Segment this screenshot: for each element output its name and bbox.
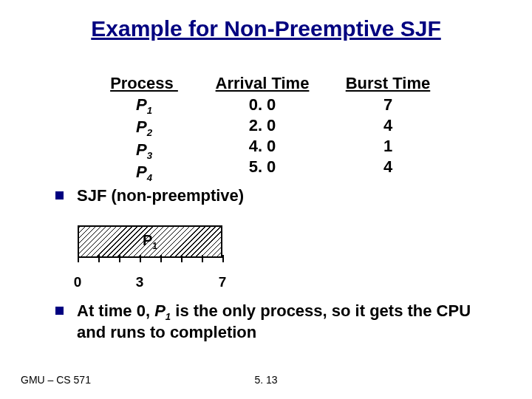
gantt-tick [160,255,162,262]
gantt-tick [202,255,203,262]
cell-arrival-2: 2. 0 [249,116,276,135]
cell-burst-2: 4 [383,116,392,135]
bullet-1: SJF (non-preemptive) [55,186,244,205]
bullet-square-icon [55,191,64,200]
gantt-ticks [78,258,222,271]
cell-proc-3: P3 [136,140,152,161]
bullet-2: At time 0, P1 is the only process, so it… [55,301,491,343]
gantt-tick-label: 0 [74,274,82,290]
cell-arrival-1: 0. 0 [249,95,276,115]
slide: Example for Non-Preemptive SJF Process P… [0,0,532,399]
gantt-tick-labels: 037 [78,271,222,287]
gantt-tick [119,255,120,262]
gantt-segment-p1: P1 [78,225,222,258]
bullet-1-text: SJF (non-preemptive) [77,186,244,205]
gantt-tick-label: 3 [136,274,144,290]
cell-proc-2: P2 [136,117,152,138]
col-burst: Burst Time 7 4 1 4 [325,74,451,185]
gantt-tick [140,255,141,262]
gantt-tick [98,255,100,262]
cell-proc-4: P4 [136,163,152,183]
cell-arrival-3: 4. 0 [249,137,276,156]
gantt-tick [78,255,79,262]
gantt-tick-label: 7 [219,274,227,290]
footer-page-number: 5. 13 [0,374,532,386]
cell-burst-1: 7 [383,95,392,115]
cell-proc-1: P1 [136,95,152,116]
bullet-2-text: At time 0, P1 is the only process, so it… [77,301,491,343]
hdr-process: Process [110,74,178,93]
cell-arrival-4: 5. 0 [249,157,276,177]
gantt-bar: P1 [78,225,222,258]
hdr-burst: Burst Time [346,74,431,93]
slide-title: Example for Non-Preemptive SJF [0,16,532,41]
cell-burst-3: 1 [383,137,392,156]
gantt-tick [222,255,224,262]
col-process: Process P1 P2 P3 P4 [89,74,200,185]
gantt-chart: P1 037 [78,225,222,287]
hdr-arrival: Arrival Time [216,74,310,93]
gantt-segment-label: P1 [141,232,159,251]
col-arrival: Arrival Time 0. 0 2. 0 4. 0 5. 0 [200,74,325,185]
gantt-tick [181,255,183,262]
bullet-square-icon [55,307,64,315]
process-table: Process P1 P2 P3 P4 Arrival Time 0. 0 2.… [89,74,451,185]
cell-burst-4: 4 [383,157,392,177]
